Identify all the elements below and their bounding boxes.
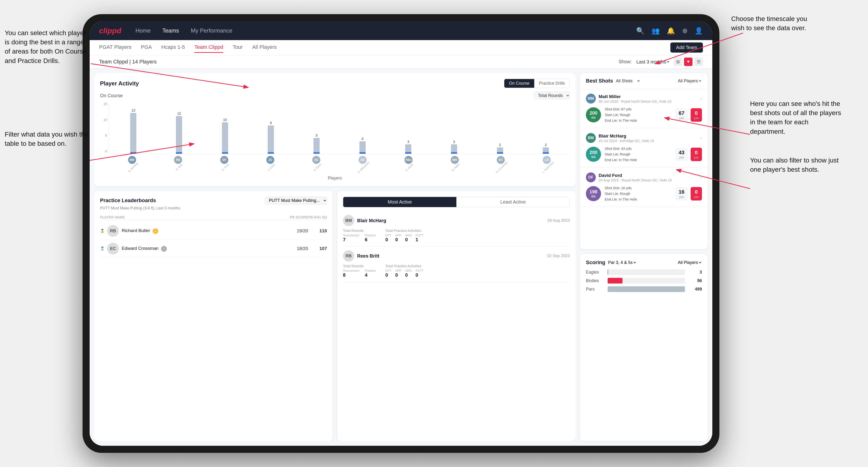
bell-icon[interactable]: 🔔 (667, 27, 675, 35)
table-header: PLAYER NAME PB SCORE PB AVG SQ (100, 214, 327, 220)
metric-zero-david: 0 yds (691, 187, 702, 200)
ap-header-rees: RB Rees Britt 02 Sep 2023 (343, 250, 570, 261)
practice-header: Practice Leaderboards PUTT Must Make Put… (100, 197, 327, 204)
least-active-tab[interactable]: Least Active (456, 197, 569, 207)
shot-player-row-blair: BM Blair McHarg 23 Jul 2023 · Ashridge G… (586, 133, 702, 143)
rank-badge-1: 1 (153, 228, 158, 234)
chart-filter-select[interactable]: Total Rounds Fairways GIR (534, 92, 570, 99)
eagles-bar (608, 269, 608, 275)
practice-drills-btn[interactable]: Practice Drills (534, 79, 569, 88)
table-row: 🥇 RB Richard Butler 1 19/20 110 (100, 222, 327, 240)
ap-practice-blair: Total Practice Activities GTT0 APP0 ARG0… (385, 228, 424, 243)
avatar-mmiller: MM (451, 156, 459, 164)
nav-home[interactable]: Home (135, 27, 151, 34)
avg-edward: 107 (308, 246, 327, 251)
add-team-button[interactable]: Add Team (670, 42, 703, 53)
metric-dist-matt: 67 yds (675, 108, 687, 122)
most-active-tab[interactable]: Most Active (343, 197, 456, 207)
player-info-richard: Richard Butler 1 (122, 228, 289, 234)
chevron-icon-david: › (700, 174, 702, 181)
tab-team-clippd[interactable]: Team Clippd (194, 42, 223, 53)
active-player-rees: RB Rees Britt 02 Sep 2023 Total Rounds T… (343, 247, 570, 282)
tab-hcaps[interactable]: Hcaps 1-5 (161, 42, 185, 53)
avg-richard: 110 (308, 228, 327, 234)
player-avatars-row: BM RB DF JC EE GB RBu MM EC LR (100, 156, 570, 164)
annotation-right-mid: Here you can see who's hit the best shot… (750, 99, 844, 136)
ap-stats-rees: Total Rounds Tournament8 Practice4 Total… (343, 264, 570, 278)
top-nav: clippd Home Teams My Performance 🔍 👥 🔔 ⊕… (90, 21, 712, 40)
tab-tour[interactable]: Tour (232, 42, 243, 53)
view-icons: ⊞ ♥ ☰ (674, 58, 703, 66)
shot-item-blair[interactable]: BM Blair McHarg 23 Jul 2023 · Ashridge G… (580, 128, 708, 168)
practice-filter-select[interactable]: PUTT Must Make Putting... (265, 197, 327, 204)
avatar-rbutler: RBu (404, 156, 412, 164)
birdies-label: Birdies (586, 278, 605, 283)
add-icon[interactable]: ⊕ (682, 27, 687, 35)
shot-badge-david: 198 SG (586, 186, 601, 201)
scoring-type-filter[interactable]: Par 3, 4 & 5s (607, 260, 637, 265)
shot-player-details-matt: 09 Jun 2023 · Royal North Devon GC, Hole… (599, 99, 700, 103)
nav-my-performance[interactable]: My Performance (191, 27, 232, 34)
shot-player-name-matt: Matt Miller (599, 94, 700, 99)
bar-chart-container: 15 10 5 0 13 (100, 102, 570, 154)
ap-stats-blair: Total Rounds Tournament7 Practice6 Total… (343, 228, 570, 243)
bar-mmiller (451, 144, 457, 154)
shot-info-david: David Ford 24 Aug 2023 · Royal North Dev… (599, 173, 700, 182)
shot-item-david[interactable]: DF David Ford 24 Aug 2023 · Royal North … (580, 168, 708, 207)
bar-eebert (313, 138, 319, 154)
birdies-bar-wrap (608, 278, 685, 283)
shot-data-matt: 200 SG Shot Dist: 67 yds Start Lie: Roug… (586, 106, 702, 123)
pars-bar (608, 286, 685, 292)
practice-leaderboards-card: Practice Leaderboards PUTT Must Make Put… (94, 191, 333, 441)
avatar-bmcharg: BM (128, 156, 136, 164)
users-icon[interactable]: 👥 (651, 27, 660, 35)
on-course-btn[interactable]: On Course (504, 79, 534, 88)
avatar-richard-butler: RB (107, 225, 119, 237)
rank-2: 🥈 (100, 247, 107, 251)
main-content: Player Activity On Course Practice Drill… (90, 68, 712, 446)
player-name-richard: Richard Butler (122, 228, 150, 233)
list-view-icon[interactable]: ☰ (694, 58, 703, 66)
pars-count: 499 (688, 287, 702, 292)
search-icon[interactable]: 🔍 (636, 27, 644, 35)
annotation-left-top: You can select which player is doing the… (5, 28, 90, 65)
pars-label: Pars (586, 287, 605, 292)
shot-info-blair: Blair McHarg 23 Jul 2023 · Ashridge GC, … (599, 133, 700, 143)
bar-rbutler (405, 144, 411, 154)
bar-group-rbritt: 12 (157, 112, 201, 154)
nav-teams[interactable]: Teams (162, 27, 179, 34)
col-pb-avg: PB AVG SQ (308, 215, 327, 219)
bar-dford (222, 122, 228, 154)
scoring-row-pars: Pars 499 (586, 286, 702, 292)
shot-avatar-matt: MM (586, 94, 596, 103)
grid-view-icon[interactable]: ⊞ (674, 58, 682, 66)
tab-pgat-players[interactable]: PGAT Players (99, 42, 131, 53)
avatar-eebert: EE (312, 156, 320, 164)
ap-avatar-rees: RB (343, 250, 354, 261)
shot-player-row-matt: MM Matt Miller 09 Jun 2023 · Royal North… (586, 94, 702, 103)
bar-rbritt (176, 116, 182, 154)
tablet-frame: clippd Home Teams My Performance 🔍 👥 🔔 ⊕… (83, 14, 719, 453)
time-filter-select[interactable]: Last 3 months Last 6 months Last year (636, 59, 670, 65)
shot-avatar-blair: BM (586, 133, 596, 143)
tab-pga[interactable]: PGA (141, 42, 152, 53)
ap-name-blair: Blair McHarg (357, 218, 548, 223)
player-activity-title: Player Activity (100, 80, 504, 87)
chart-sub-header: On Course Total Rounds Fairways GIR (100, 92, 570, 99)
heart-view-icon[interactable]: ♥ (684, 58, 692, 66)
shot-badge-matt: 200 SG (586, 107, 601, 122)
tab-all-players[interactable]: All Players (252, 42, 277, 53)
col-player-name: PLAYER NAME (100, 215, 289, 219)
chevron-icon-blair: › (700, 135, 702, 141)
ap-name-rees: Rees Britt (357, 253, 547, 259)
scoring-player-filter[interactable]: All Players (677, 260, 702, 265)
shot-data-blair: 200 SG Shot Dist: 43 yds Start Lie: Roug… (586, 146, 702, 163)
shots-player-filter[interactable]: All Players (677, 78, 702, 84)
y-axis: 15 10 5 0 (100, 102, 107, 154)
table-row: 🥈 EC Edward Crossman 2 18/20 107 (100, 240, 327, 257)
right-column: Best Shots All Shots Best Shots All Play… (580, 73, 708, 441)
profile-icon[interactable]: 👤 (695, 27, 703, 35)
shots-type-filter[interactable]: All Shots Best Shots (615, 78, 640, 84)
ap-avatar-blair: BM (343, 215, 354, 226)
shot-item-matt[interactable]: MM Matt Miller 09 Jun 2023 · Royal North… (580, 89, 708, 128)
